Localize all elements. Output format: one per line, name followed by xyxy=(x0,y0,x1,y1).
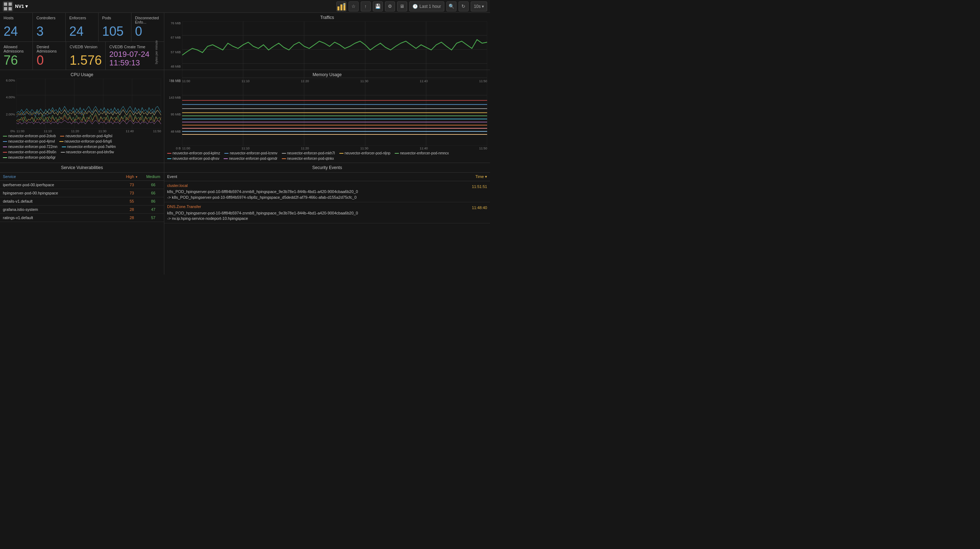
stat-controllers-value: 3 xyxy=(37,24,62,38)
chevron-down-icon: ▾ xyxy=(482,4,484,9)
stats-row2: Allowed Admissions 76 Denied Admissions … xyxy=(0,42,164,70)
interval-button[interactable]: 10s ▾ xyxy=(471,2,487,11)
events-header: Event Time ▾ xyxy=(164,172,490,181)
legend-item: neuvector-enforcer-pod-kplmz xyxy=(167,151,220,155)
topbar-right: + ☆ ↑ 💾 ⚙ 🖥 🕐 Last 1 hour 🔍 ↻ 10s ▾ xyxy=(336,2,487,11)
grid-icon[interactable] xyxy=(3,2,13,11)
topbar-left: NV1 ▾ xyxy=(3,2,28,11)
stat-allowed-value: 76 xyxy=(3,53,29,67)
refresh-icon[interactable]: ↻ xyxy=(458,2,469,11)
col-medium: Medium xyxy=(143,172,164,181)
event-description: k8s_POD_hpingserver-pod-10-6ff84b5974-zn… xyxy=(167,211,469,216)
star-icon[interactable]: ☆ xyxy=(348,2,359,11)
memory-y-axis: 191 MiB 143 MiB 95 MiB 48 MiB 0 B xyxy=(167,79,182,150)
memory-legend: neuvector-enforcer-pod-kplmz neuvector-e… xyxy=(167,150,487,161)
legend-item: neuvector-enforcer-pod-nmncx xyxy=(395,151,449,155)
traffics-panel: Traffics 76 MiB 67 MiB 57 MiB 48 MiB 38 … xyxy=(164,13,490,70)
stat-denied: Denied Admissions 0 xyxy=(33,42,66,70)
memory-panel: Memory Usage 191 MiB 143 MiB 95 MiB 48 M… xyxy=(164,70,490,163)
svg-rect-4 xyxy=(337,6,339,10)
table-row: iperfserver-pod-00.iperfspace 73 66 xyxy=(0,181,164,189)
traffics-svg xyxy=(182,21,487,79)
vuln-title: Service Vulnerabilities xyxy=(0,163,164,172)
legend-item: neuvector-enforcer-pod-nljnp xyxy=(339,151,390,155)
stat-hosts-title: Hosts xyxy=(3,16,29,20)
save-icon[interactable]: 💾 xyxy=(373,2,383,11)
stat-allowed-title: Allowed Admissions xyxy=(3,45,29,53)
stat-controllers-title: Controllers xyxy=(37,16,62,20)
svg-rect-5 xyxy=(340,4,342,10)
legend-item: neuvector-enforcer-pod-722mn xyxy=(3,145,57,149)
stat-hosts: Hosts 24 xyxy=(0,13,33,41)
legend-item: neuvector-enforcer-pod-qpmdr xyxy=(224,156,277,161)
table-row: ratings-v1.default 28 57 xyxy=(0,214,164,222)
stat-cvedb-time-value: 2019-07-24 11:59:13 xyxy=(109,50,161,67)
legend-item: neuvector-enforcer-pod-bp6gr xyxy=(3,155,56,160)
last-hour-button[interactable]: 🕐 Last 1 hour xyxy=(409,2,444,11)
stat-denied-value: 0 xyxy=(37,53,62,67)
stat-enforcers: Enforcers 24 xyxy=(66,13,99,41)
legend-item: neuvector-enforcer-pod-4g9sl xyxy=(60,134,112,138)
svg-rect-0 xyxy=(4,2,7,5)
stat-pods-title: Pods xyxy=(102,16,127,20)
stat-enforcers-title: Enforcers xyxy=(69,16,95,20)
svg-rect-3 xyxy=(9,7,12,10)
cpu-title: CPU Usage xyxy=(3,72,161,77)
stat-cvedb-title: CVEDB Version xyxy=(70,45,102,49)
legend-item: neuvector-enforcer-pod-lcnmv xyxy=(224,151,277,155)
row2: CPU Usage 6.00% 4.00% 2.00% 0% xyxy=(0,70,490,163)
stat-disconnected-title: Disconnected Enfo... xyxy=(135,16,161,24)
stat-hosts-value: 24 xyxy=(3,24,29,38)
memory-chart-area: 191 MiB 143 MiB 95 MiB 48 MiB 0 B xyxy=(167,79,487,150)
gear-icon[interactable]: ⚙ xyxy=(385,2,395,11)
security-events-title: Security Events xyxy=(164,163,490,172)
legend-item: neuvector-enforcer-pod-bhr9w xyxy=(61,150,114,154)
stat-cvedb-time-title: CVEDB Create Time xyxy=(109,45,161,49)
stat-pods: Pods 105 xyxy=(99,13,131,41)
topbar: NV1 ▾ + ☆ ↑ 💾 ⚙ 🖥 🕐 Last 1 hour 🔍 ↻ 10s … xyxy=(0,0,490,13)
stat-disconnected: Disconnected Enfo... 0 xyxy=(131,13,164,41)
memory-svg-container xyxy=(182,79,487,146)
traffics-y-label: bytes per minute xyxy=(154,40,158,64)
share-icon[interactable]: ↑ xyxy=(361,2,371,11)
stat-pods-value: 105 xyxy=(102,24,127,38)
legend-item: neuvector-enforcer-pod-qfnsv xyxy=(167,156,219,161)
legend-item: neuvector-enforcer-pod-7wl4m xyxy=(62,145,116,149)
cpu-legend: neuvector-enforcer-pod-2ckvb neuvector-e… xyxy=(3,133,161,161)
event-time: 11:48:40 xyxy=(472,206,487,210)
time-col-label[interactable]: Time ▾ xyxy=(476,174,487,179)
vuln-panel: Service Vulnerabilities Service High ▾ M… xyxy=(0,163,164,274)
col-high[interactable]: High ▾ xyxy=(121,172,143,181)
legend-item: neuvector-enforcer-pod-2ckvb xyxy=(3,134,56,138)
legend-item: neuvector-enforcer-pod-6rhg6 xyxy=(59,139,112,143)
chart-add-icon[interactable]: + xyxy=(336,2,347,11)
cpu-panel: CPU Usage 6.00% 4.00% 2.00% 0% xyxy=(0,70,164,163)
event-type: cluster.local xyxy=(167,183,469,188)
event-col-label: Event xyxy=(167,174,177,179)
main-layout: Hosts 24 Controllers 3 Enforcers 24 Pods… xyxy=(0,13,490,274)
security-events-panel: Security Events Event Time ▾ cluster.loc… xyxy=(164,163,490,274)
svg-rect-1 xyxy=(9,2,12,5)
traffics-chart: 11:00 11:10 11:20 11:30 11:40 11:50 xyxy=(182,21,487,83)
table-row: grafana.istio-system 28 47 xyxy=(0,206,164,214)
traffics-y-axis: 76 MiB 67 MiB 57 MiB 48 MiB 38 MiB xyxy=(167,21,182,83)
legend-item: neuvector-enforcer-pod-mkh7l xyxy=(282,151,335,155)
event-time: 11:51:51 xyxy=(472,184,487,189)
cpu-y-axis: 6.00% 4.00% 2.00% 0% xyxy=(3,79,16,133)
cpu-svg-container xyxy=(16,79,161,129)
stat-cvedb-value: 1.576 xyxy=(70,53,102,67)
monitor-icon[interactable]: 🖥 xyxy=(397,2,407,11)
search-icon[interactable]: 🔍 xyxy=(446,2,457,11)
stat-enforcers-value: 24 xyxy=(69,24,95,38)
app-title[interactable]: NV1 ▾ xyxy=(15,3,28,9)
col-service: Service xyxy=(0,172,121,181)
stat-controllers: Controllers 3 xyxy=(33,13,66,41)
traffics-title: Traffics xyxy=(167,15,487,20)
stat-cards-col: Hosts 24 Controllers 3 Enforcers 24 Pods… xyxy=(0,13,164,70)
vuln-table: Service High ▾ Medium iperfserver-pod-00… xyxy=(0,172,164,222)
cpu-x-axis: 11:00 11:10 11:20 11:30 11:40 11:50 xyxy=(16,129,161,133)
event-description: k8s_POD_hpingserver-pod-10-6ff84b5974-zn… xyxy=(167,189,469,195)
stat-cvedb: CVEDB Version 1.576 xyxy=(66,42,106,70)
svg-rect-2 xyxy=(4,7,7,10)
event-content: cluster.local k8s_POD_hpingserver-pod-10… xyxy=(167,183,469,200)
